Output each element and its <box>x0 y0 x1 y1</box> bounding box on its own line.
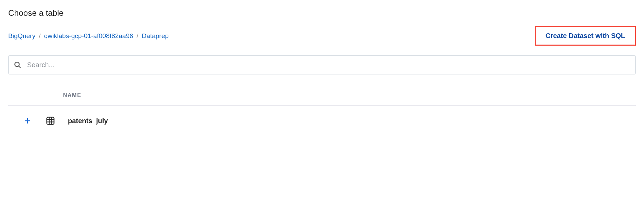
breadcrumb-separator: / <box>136 32 139 40</box>
svg-rect-4 <box>47 117 54 125</box>
table-row[interactable]: patents_july <box>8 106 636 136</box>
table-icon <box>45 116 56 126</box>
breadcrumb-separator: / <box>38 32 41 40</box>
table-header: NAME <box>8 85 636 106</box>
breadcrumb: BigQuery / qwiklabs-gcp-01-af008f82aa96 … <box>8 32 169 40</box>
create-dataset-sql-button[interactable]: Create Dataset with SQL <box>535 26 636 46</box>
plus-icon <box>23 117 32 125</box>
table-row-name: patents_july <box>68 117 108 125</box>
column-header-name: NAME <box>63 92 81 98</box>
breadcrumb-link-bigquery[interactable]: BigQuery <box>8 32 35 40</box>
search-wrapper <box>8 55 636 74</box>
page-title: Choose a table <box>8 8 636 18</box>
breadcrumb-link-project[interactable]: qwiklabs-gcp-01-af008f82aa96 <box>44 32 133 40</box>
header-row: BigQuery / qwiklabs-gcp-01-af008f82aa96 … <box>8 26 636 46</box>
breadcrumb-current: Dataprep <box>142 32 169 40</box>
search-input[interactable] <box>8 55 636 74</box>
table-container: NAME patents_july <box>8 85 636 136</box>
add-button[interactable] <box>22 115 33 126</box>
